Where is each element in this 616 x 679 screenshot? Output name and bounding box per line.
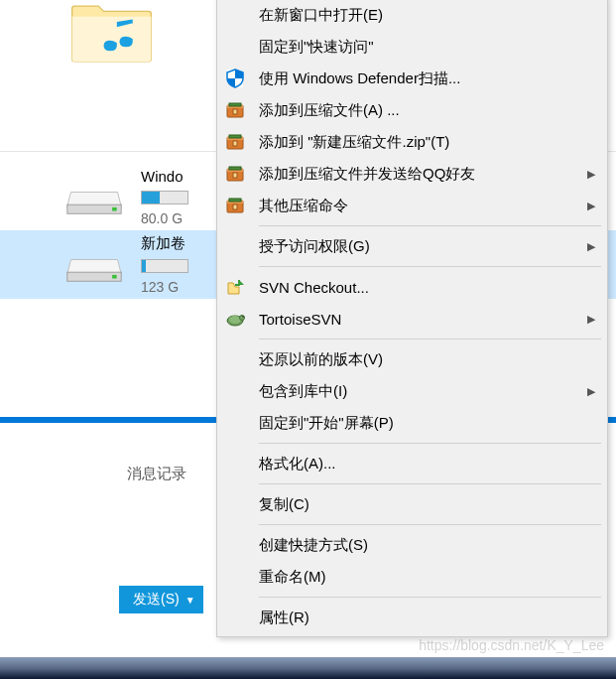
menu-item-label: 固定到"快速访问" (259, 38, 374, 57)
menu-item[interactable]: SVN Checkout... (219, 271, 605, 303)
svn-checkout-icon (223, 275, 247, 299)
menu-item[interactable]: TortoiseSVN▶ (219, 303, 605, 335)
menu-item[interactable]: 在新窗口中打开(E) (219, 0, 605, 31)
svg-rect-3 (112, 274, 117, 278)
drive-icon (65, 245, 123, 285)
menu-item[interactable]: 固定到"开始"屏幕(P) (219, 407, 605, 439)
tortoise-icon (223, 307, 247, 331)
history-label[interactable]: 消息记录 (127, 465, 186, 483)
archive-icon (223, 130, 247, 154)
drive-usage-bar (141, 259, 188, 273)
menu-item-label: 授予访问权限(G) (259, 237, 370, 256)
menu-item[interactable]: 添加到压缩文件(A) ... (219, 94, 605, 126)
watermark: https://blog.csdn.net/K_Y_Lee (419, 637, 604, 653)
none-icon (223, 452, 247, 475)
menu-item[interactable]: 属性(R) (219, 602, 605, 633)
menu-item-label: 使用 Windows Defender扫描... (259, 69, 460, 88)
menu-item[interactable]: 添加到 "新建压缩文件.zip"(T) (219, 126, 605, 158)
none-icon (223, 533, 247, 557)
svg-point-25 (242, 316, 244, 318)
context-menu: 在新窗口中打开(E)固定到"快速访问"使用 Windows Defender扫描… (216, 0, 608, 637)
svg-rect-1 (112, 206, 117, 210)
none-icon (223, 411, 247, 435)
menu-item-label: 在新窗口中打开(E) (259, 6, 383, 25)
menu-separator (259, 225, 601, 226)
svg-rect-20 (229, 199, 241, 202)
menu-item-label: 属性(R) (259, 609, 309, 627)
checkbox-icon[interactable] (20, 190, 36, 205)
menu-item[interactable]: 其他压缩命令▶ (219, 190, 605, 221)
menu-item[interactable]: 重命名(M) (219, 561, 605, 593)
menu-item-label: 固定到"开始"屏幕(P) (259, 414, 394, 433)
none-icon (223, 35, 247, 59)
menu-item-label: 包含到库中(I) (259, 382, 347, 401)
none-icon (223, 3, 247, 27)
svg-rect-8 (229, 103, 241, 106)
dropdown-caret-icon: ▼ (185, 595, 195, 606)
menu-separator (259, 483, 601, 484)
menu-separator (259, 339, 601, 340)
menu-item[interactable]: 包含到库中(I)▶ (219, 375, 605, 407)
svg-rect-13 (233, 141, 237, 146)
none-icon (223, 606, 247, 629)
none-icon (223, 492, 247, 516)
archive-icon (223, 162, 247, 186)
submenu-arrow-icon: ▶ (587, 168, 595, 181)
submenu-arrow-icon: ▶ (587, 240, 595, 253)
none-icon (223, 347, 247, 371)
archive-icon (223, 98, 247, 122)
send-button-label: 发送(S) (133, 591, 180, 609)
menu-item[interactable]: 复制(C) (219, 488, 605, 520)
svg-rect-12 (229, 135, 241, 138)
menu-separator (259, 266, 601, 267)
menu-item[interactable]: 使用 Windows Defender扫描... (219, 63, 605, 94)
menu-item-label: 添加到压缩文件并发送给QQ好友 (259, 165, 475, 184)
menu-item[interactable]: 固定到"快速访问" (219, 31, 605, 63)
defender-icon (223, 67, 247, 90)
menu-item-label: 其他压缩命令 (259, 197, 348, 215)
drive-size: 80.0 G (141, 210, 188, 226)
drive-usage-bar (141, 191, 188, 204)
menu-item[interactable]: 创建快捷方式(S) (219, 529, 605, 561)
drive-icon (65, 178, 123, 217)
menu-separator (259, 597, 601, 598)
menu-item-label: SVN Checkout... (259, 279, 369, 296)
send-button[interactable]: 发送(S) ▼ (119, 586, 203, 613)
menu-item-label: 添加到 "新建压缩文件.zip"(T) (259, 133, 449, 152)
archive-icon (223, 194, 247, 217)
drive-label: Windo (141, 168, 188, 185)
menu-item[interactable]: 格式化(A)... (219, 448, 605, 479)
none-icon (223, 565, 247, 589)
menu-item-label: 创建快捷方式(S) (259, 536, 368, 555)
svg-rect-16 (229, 167, 241, 170)
drive-size: 123 G (141, 279, 188, 295)
menu-item-label: 添加到压缩文件(A) ... (259, 101, 400, 120)
svg-rect-21 (233, 204, 237, 209)
submenu-arrow-icon: ▶ (587, 385, 595, 398)
drive-label: 新加卷 (141, 234, 188, 253)
svg-rect-17 (233, 173, 237, 178)
submenu-arrow-icon: ▶ (587, 200, 595, 212)
menu-item-label: 还原以前的版本(V) (259, 350, 383, 369)
menu-item[interactable]: 还原以前的版本(V) (219, 343, 605, 375)
svg-rect-9 (233, 109, 237, 114)
svg-point-24 (240, 316, 245, 321)
menu-item-label: 格式化(A)... (259, 455, 336, 474)
taskbar-strip (0, 657, 616, 679)
menu-separator (259, 443, 601, 444)
music-folder-icon (69, 0, 154, 65)
none-icon (223, 234, 247, 258)
none-icon (223, 379, 247, 403)
menu-item-label: 重命名(M) (259, 568, 326, 587)
submenu-arrow-icon: ▶ (587, 313, 595, 326)
menu-item[interactable]: 授予访问权限(G)▶ (219, 230, 605, 262)
checkbox-icon[interactable] (20, 257, 36, 273)
menu-item-label: TortoiseSVN (259, 311, 341, 328)
menu-item-label: 复制(C) (259, 495, 309, 514)
menu-separator (259, 524, 601, 525)
menu-item[interactable]: 添加到压缩文件并发送给QQ好友▶ (219, 158, 605, 190)
